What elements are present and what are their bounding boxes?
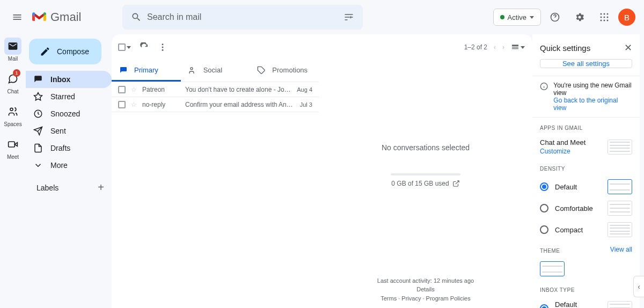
search-input[interactable] — [147, 12, 338, 22]
theme-view-all-link[interactable]: View all — [610, 246, 632, 253]
star-icon[interactable]: ☆ — [131, 101, 137, 108]
mail-row[interactable]: ☆ no-reply Confirm your email address wi… — [112, 97, 319, 112]
gmail-logo[interactable]: Gmail — [30, 10, 116, 24]
activity-text: Last account activity: 12 minutes ago — [319, 276, 532, 285]
svg-rect-17 — [512, 45, 518, 46]
close-settings-button[interactable]: ✕ — [624, 42, 632, 54]
svg-point-14 — [162, 47, 164, 48]
rail-mail[interactable]: Mail — [4, 38, 21, 62]
section-apps-title: APPS IN GMAIL — [532, 118, 640, 135]
svg-rect-19 — [512, 48, 518, 49]
storage-text: 0 GB of 15 GB used — [391, 180, 449, 187]
svg-point-6 — [607, 17, 609, 18]
page-range: 1–2 of 2 — [464, 43, 487, 51]
svg-point-13 — [162, 43, 164, 45]
notice-text: You're using the new Gmail view — [553, 82, 632, 97]
prev-page-button[interactable]: ‹ — [494, 43, 496, 51]
mail-row[interactable]: ☆ Patreon You don't have to create alone… — [112, 82, 319, 97]
see-all-settings-button[interactable]: See all settings — [540, 59, 632, 68]
rail-chat[interactable]: 1 Chat — [4, 70, 21, 94]
apps-customize-link[interactable]: Customize — [540, 148, 570, 155]
more-actions-button[interactable] — [158, 42, 167, 52]
svg-point-5 — [604, 17, 605, 18]
nav-snoozed[interactable]: Snoozed — [26, 105, 112, 122]
pencil-icon — [40, 46, 50, 57]
mail-date: Jul 3 — [300, 101, 312, 108]
svg-point-8 — [604, 20, 605, 21]
svg-point-2 — [604, 13, 605, 15]
info-icon — [540, 82, 548, 91]
star-icon[interactable]: ☆ — [131, 86, 137, 93]
product-name: Gmail — [50, 10, 81, 24]
search-icon[interactable] — [126, 12, 147, 23]
mail-subject: Confirm your email address with Anc… — [185, 101, 295, 108]
svg-point-15 — [162, 49, 164, 51]
mail-sender: no-reply — [142, 101, 180, 108]
svg-point-16 — [191, 67, 193, 69]
nav-inbox[interactable]: Inbox — [26, 71, 112, 88]
select-all-checkbox[interactable] — [118, 43, 131, 51]
revert-view-link[interactable]: Go back to the original view — [553, 97, 632, 112]
svg-rect-11 — [9, 142, 15, 147]
next-page-button[interactable]: › — [502, 43, 504, 51]
caret-down-icon — [530, 16, 534, 19]
apps-line: Chat and Meet — [540, 138, 586, 146]
nav-drafts[interactable]: Drafts — [26, 140, 112, 157]
tab-primary[interactable]: Primary — [112, 60, 181, 82]
add-label-button[interactable]: + — [98, 181, 104, 194]
theme-thumbnail[interactable] — [540, 261, 565, 276]
status-label: Active — [508, 13, 526, 21]
mail-checkbox[interactable] — [118, 86, 126, 93]
refresh-button[interactable] — [140, 42, 149, 52]
svg-point-4 — [601, 17, 602, 18]
mail-subject: You don't have to create alone - Join … — [185, 86, 291, 93]
settings-gear-icon[interactable] — [569, 6, 590, 28]
section-theme-title: THEME — [532, 240, 568, 258]
density-comfortable[interactable]: Comfortable — [532, 197, 640, 219]
tab-promotions[interactable]: Promotions — [250, 60, 319, 82]
svg-point-7 — [601, 20, 602, 21]
apps-grid-icon[interactable] — [594, 6, 615, 28]
storage-bar — [391, 173, 460, 175]
rail-spaces[interactable]: Spaces — [4, 103, 21, 127]
apps-thumbnail — [608, 140, 632, 155]
details-link[interactable]: Details — [416, 286, 435, 292]
main-menu-button[interactable] — [4, 4, 30, 30]
compose-button[interactable]: Compose — [29, 39, 101, 64]
inbox-default[interactable]: DefaultCustomize — [532, 297, 640, 308]
status-dot-icon — [500, 15, 504, 19]
search-options-icon[interactable] — [338, 12, 360, 23]
section-density-title: DENSITY — [532, 158, 640, 176]
empty-state-text: No conversations selected — [382, 143, 470, 152]
section-inbox-title: INBOX TYPE — [532, 280, 640, 297]
open-external-icon[interactable] — [452, 180, 460, 187]
density-compact[interactable]: Compact — [532, 219, 640, 240]
svg-point-1 — [601, 13, 602, 15]
side-panel-toggle[interactable]: ‹ — [633, 276, 644, 297]
mail-checkbox[interactable] — [118, 101, 126, 108]
nav-sent[interactable]: Sent — [26, 122, 112, 140]
density-default[interactable]: Default — [532, 176, 640, 197]
account-avatar[interactable]: B — [618, 9, 635, 26]
svg-point-10 — [10, 108, 13, 111]
search-bar[interactable] — [122, 5, 363, 30]
chat-badge: 1 — [13, 69, 20, 77]
footer-links[interactable]: Terms · Privacy · Program Policies — [319, 294, 532, 303]
split-pane-toggle[interactable] — [511, 43, 525, 52]
support-icon[interactable] — [544, 6, 566, 28]
svg-point-9 — [607, 20, 609, 21]
mail-date: Aug 4 — [297, 86, 312, 93]
tab-social[interactable]: Social — [181, 60, 250, 82]
nav-starred[interactable]: Starred — [26, 88, 112, 105]
nav-more[interactable]: More — [26, 157, 112, 174]
svg-rect-18 — [512, 47, 518, 47]
mail-sender: Patreon — [142, 86, 180, 93]
svg-point-3 — [607, 13, 609, 15]
settings-title: Quick settings — [540, 43, 590, 53]
status-chip[interactable]: Active — [493, 9, 541, 26]
rail-meet[interactable]: Meet — [4, 136, 21, 160]
labels-header: Labels — [36, 184, 58, 192]
